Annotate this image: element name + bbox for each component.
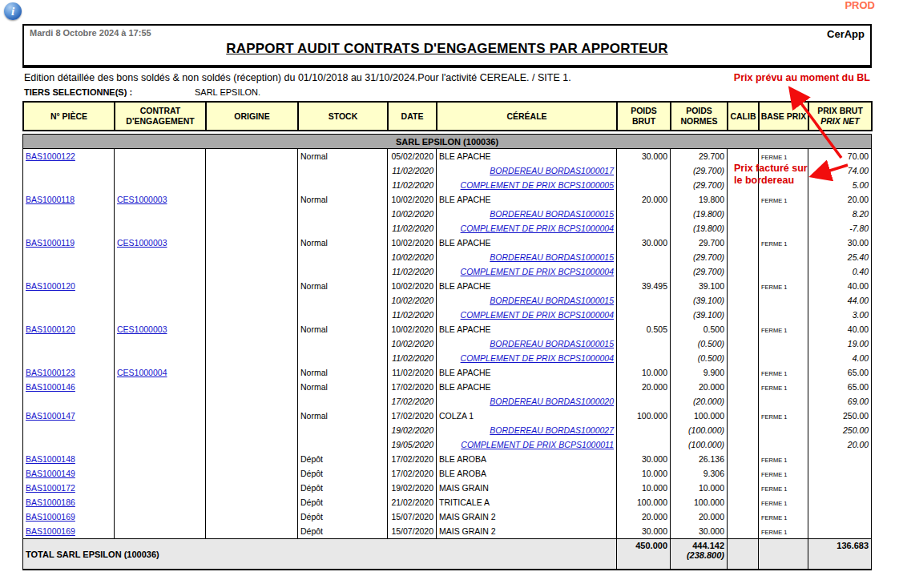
cell-piece: BAS1000169 — [23, 509, 115, 524]
column-header: BASE PRIX — [759, 102, 808, 131]
base-prix-value: FERME 1 — [761, 471, 788, 478]
cell-document: BORDEREAU BORDAS1000015 — [437, 250, 617, 264]
cell-document-link[interactable]: COMPLEMENT DE PRIX BCPS1000004 — [461, 224, 614, 233]
cell-piece-link[interactable]: BAS1000120 — [26, 281, 75, 291]
cell-prix: 40.00 — [808, 279, 872, 293]
cell-poids-brut: 10.000 — [617, 365, 671, 380]
cell-prix: 25.40 — [808, 250, 872, 264]
cell-stock: Normal — [298, 409, 388, 423]
cell-origine — [206, 178, 298, 192]
cell-piece-link[interactable]: BAS1000120 — [26, 324, 75, 334]
tiers-selected-label: TIERS SELECTIONNE(S) : — [24, 87, 132, 97]
cell-prix: 20.00 — [808, 437, 872, 452]
cell-document-link[interactable]: COMPLEMENT DE PRIX BCPS1000004 — [461, 310, 614, 320]
total-poids-normes: 444.142 (238.800) — [671, 539, 728, 570]
base-prix-value: FERME 1 — [761, 500, 788, 507]
cell-date: 10/02/2020 — [388, 207, 437, 221]
cell-stock — [298, 163, 388, 178]
cell-piece-link[interactable]: BAS1000118 — [26, 195, 75, 204]
cell-piece-link[interactable]: BAS1000122 — [26, 151, 75, 161]
cell-contract-link[interactable]: CES1000003 — [117, 324, 167, 334]
cell-piece-link[interactable]: BAS1000119 — [26, 238, 75, 248]
cell-calib — [728, 279, 759, 293]
annotation-price-bordereau: Prix facturé sur le bordereau — [734, 163, 808, 187]
cell-calib — [728, 236, 759, 250]
cell-origine — [206, 336, 298, 351]
cell-poids-brut — [617, 437, 671, 452]
base-prix-value: FERME 1 — [761, 485, 788, 493]
cell-document-link[interactable]: BORDEREAU BORDAS1000020 — [490, 397, 614, 406]
cell-document-link[interactable]: BORDEREAU BORDAS1000015 — [490, 296, 614, 305]
cell-poids-brut — [617, 250, 671, 264]
cell-calib — [728, 394, 759, 409]
cell-poids-normes: (19.800) — [671, 221, 728, 236]
cell-prix: 250.00 — [808, 423, 872, 437]
table-sub-row: 11/02/2020COMPLEMENT DE PRIX BCPS1000004… — [23, 308, 872, 322]
cell-piece-link[interactable]: BAS1000172 — [26, 483, 75, 493]
cell-stock: Normal — [298, 149, 388, 164]
cell-document-link[interactable]: COMPLEMENT DE PRIX BCPS1000011 — [461, 440, 614, 449]
cell-base-prix: FERME 1 — [759, 466, 808, 481]
cell-piece-link[interactable]: BAS1000123 — [26, 368, 75, 377]
cell-piece-link[interactable]: BAS1000169 — [26, 512, 75, 522]
cell-poids-normes: 30.000 — [671, 524, 728, 539]
cell-piece: BAS1000172 — [23, 481, 115, 495]
table-sub-row: 10/02/2020BORDEREAU BORDAS1000015(0.500)… — [23, 336, 872, 351]
cell-poids-brut — [617, 394, 671, 409]
cell-contract — [115, 293, 206, 308]
cell-contract-link[interactable]: CES1000003 — [117, 195, 167, 204]
cell-piece — [23, 207, 115, 221]
base-prix-value: FERME 1 — [761, 197, 788, 204]
cell-prix: 8.20 — [808, 207, 872, 221]
cell-poids-normes: (19.800) — [671, 207, 728, 221]
cell-calib — [728, 409, 759, 423]
cell-document-link[interactable]: BORDEREAU BORDAS1000015 — [490, 339, 614, 348]
cell-piece — [23, 178, 115, 192]
cell-calib — [728, 207, 759, 221]
cell-calib — [728, 322, 759, 336]
app-name: CerApp — [827, 28, 865, 40]
cell-stock: Normal — [298, 279, 388, 293]
cell-poids-normes: (100.000) — [671, 437, 728, 452]
page-title: RAPPORT AUDIT CONTRATS D'ENGAGEMENTS PAR… — [24, 41, 870, 57]
cell-date: 17/02/2020 — [388, 466, 437, 481]
cell-date: 05/02/2020 — [388, 149, 437, 164]
cell-prix: 69.00 — [808, 394, 872, 409]
cell-contract — [115, 149, 206, 164]
cell-document-link[interactable]: BORDEREAU BORDAS1000017 — [490, 166, 614, 175]
cell-base-prix: FERME 1 — [759, 409, 808, 423]
cell-document-link[interactable]: COMPLEMENT DE PRIX BCPS1000004 — [461, 267, 614, 276]
cell-document-link[interactable]: COMPLEMENT DE PRIX BCPS1000004 — [461, 353, 614, 363]
cell-document-link[interactable]: COMPLEMENT DE PRIX BCPS1000005 — [461, 180, 614, 190]
cell-document-link[interactable]: BORDEREAU BORDAS1000015 — [490, 252, 614, 262]
cell-date: 10/02/2020 — [388, 192, 437, 207]
cell-stock: Dépôt — [298, 466, 388, 481]
cell-piece-link[interactable]: BAS1000147 — [26, 411, 75, 421]
cell-poids-normes: (0.500) — [671, 336, 728, 351]
cell-piece-link[interactable]: BAS1000186 — [26, 497, 75, 507]
cell-piece — [23, 308, 115, 322]
group-header-label: SARL EPSILON (100036) — [23, 135, 872, 149]
cell-contract-link[interactable]: CES1000004 — [117, 368, 167, 377]
cell-contract-link[interactable]: CES1000003 — [117, 238, 167, 248]
info-icon[interactable]: i — [4, 2, 22, 20]
cell-document-link[interactable]: BORDEREAU BORDAS1000015 — [490, 209, 614, 219]
cell-piece-link[interactable]: BAS1000146 — [26, 382, 75, 392]
cell-document-link[interactable]: BORDEREAU BORDAS1000027 — [490, 425, 614, 435]
cell-origine — [206, 207, 298, 221]
cell-piece-link[interactable]: BAS1000169 — [26, 526, 75, 536]
cell-prix: 3.00 — [808, 308, 872, 322]
cell-poids-brut — [617, 264, 671, 279]
cell-date: 11/02/2020 — [388, 221, 437, 236]
table-row: BAS1000119CES1000003Normal10/02/2020BLE … — [23, 236, 872, 250]
cell-piece-link[interactable]: BAS1000149 — [26, 469, 75, 478]
cell-base-prix: FERME 1 — [759, 380, 808, 394]
total-base-prix — [759, 539, 808, 570]
cell-date: 17/02/2020 — [388, 380, 437, 394]
cell-poids-normes: (29.700) — [671, 178, 728, 192]
cell-prix: 65.00 — [808, 365, 872, 380]
cell-piece — [23, 221, 115, 236]
cell-piece: BAS1000169 — [23, 524, 115, 539]
table-sub-row: 10/02/2020BORDEREAU BORDAS1000015(19.800… — [23, 207, 872, 221]
cell-piece-link[interactable]: BAS1000148 — [26, 454, 75, 464]
